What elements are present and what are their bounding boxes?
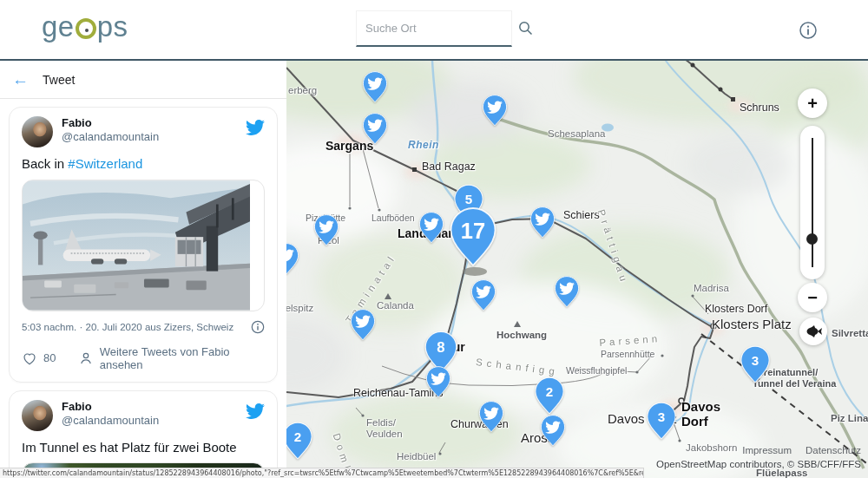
map-label-erberg: erberg [288,85,317,96]
map-label-madrisa: Madrisa [694,283,729,294]
map-label-hochwang: Hochwang [496,330,547,341]
search-input[interactable] [365,22,518,35]
airport-photo-art [23,180,250,311]
search-box[interactable] [356,10,512,47]
tweet-sidebar: ← Tweet Fabio @calandamountain Back in #… [0,61,286,478]
map-attribution: Impressum Datenschutz OpenStreetMap cont… [656,445,861,469]
tweet-card[interactable]: Fabio @calandamountain Im Tunnel es hat … [9,390,278,478]
map-label-silvretta: Silvretta [832,328,868,339]
map-label-feldis: Feldis/Veulden [366,417,403,440]
map-label-schruns: Schruns [740,101,779,114]
zoom-slider[interactable] [800,126,825,279]
map-label-davos: DavosDorf [681,399,720,429]
tweet-pin-marker[interactable] [470,278,497,313]
tweet-card[interactable]: Fabio @calandamountain Back in #Switzerl… [9,107,278,383]
zoom-slider-thumb[interactable] [806,233,818,245]
tweet-handle: @calandamountain [62,130,246,144]
info-icon[interactable] [799,21,818,40]
tweet-pin-marker[interactable] [361,70,389,105]
map-label-klosters-dorf: Klosters Dorf [705,303,767,315]
map-label-laufb-den: Laufböden [372,213,415,223]
tweet-pin-marker[interactable] [553,275,581,310]
link-status-bar: https://twitter.com/calandamountain/stat… [0,468,644,478]
tweet-text: Im Tunnel es hat Platz für zwei Boote [22,439,265,456]
attribution-text: OpenStreetMap contributors, © SBB/CFF/FF… [656,459,861,469]
map-canvas[interactable]: erbergSargansRheinBad RagazSchesaplanaSc… [286,61,868,478]
svg-text:8: 8 [437,340,444,357]
tweet-pin-marker[interactable] [361,112,389,147]
map-label-weissfluhgipfel: Weissfluhgipfel [566,365,627,376]
twitter-logo-icon[interactable] [246,118,265,141]
avatar [22,116,53,147]
tweet-author: Fabio [62,116,246,130]
map-label-bad-ragaz: Bad Ragaz [422,160,476,173]
status-url: https://twitter.com/calandamountain/stat… [0,468,643,478]
avatar [22,400,53,431]
svg-text:2: 2 [546,384,553,399]
map-label-calanda: Calanda [377,300,414,311]
svg-text:3: 3 [658,409,665,424]
map-label-heidb-el: Heidbüel [397,451,436,462]
tweet-pin-marker[interactable] [539,414,567,449]
tweet-info-icon[interactable] [251,320,265,334]
like-count: 80 [43,351,56,364]
map-label-schesaplana: Schesaplana [548,128,606,140]
tweet-cluster-marker[interactable]: 3 [645,401,678,442]
panel-title: Tweet [43,73,75,87]
map-label-klosters-platz: Klosters Platz [712,317,792,331]
twitter-logo-icon[interactable] [246,402,265,424]
tweet-cluster-marker[interactable]: 2 [286,421,314,462]
tweet-pin-marker[interactable] [418,211,445,246]
tweet-pin-marker[interactable] [424,365,452,400]
logo-text-right: ps [97,12,128,41]
zoom-out-button[interactable]: − [798,283,827,312]
app: geps ← Tweet Fabio @calandamountain [0,0,868,478]
person-icon [78,350,94,366]
map-label-rhein: Rhein [408,140,439,152]
tweet-pin-marker[interactable] [477,400,505,435]
tweet-author: Fabio [62,400,246,414]
svg-text:5: 5 [465,192,473,206]
zoom-in-button[interactable]: + [798,88,827,118]
more-tweets-link[interactable]: Weitere Tweets von Fabio ansehen [100,345,265,371]
like-heart-icon[interactable] [22,350,37,366]
impressum-link[interactable]: Impressum [742,445,792,455]
fly-icon[interactable] [799,318,827,345]
tweet-pin-marker[interactable] [349,308,377,343]
back-arrow-icon[interactable]: ← [12,71,29,88]
tweet-pin-marker[interactable] [529,206,556,240]
svg-text:17: 17 [461,219,485,243]
tweet-cluster-marker[interactable]: 2 [533,376,566,417]
svg-text:3: 3 [752,353,759,368]
app-header: geps [0,0,868,61]
tweet-cluster-marker[interactable]: 3 [739,344,772,386]
logo-text-left: ge [42,12,75,41]
geops-logo: geps [42,12,128,41]
zoom-slider-track [812,138,813,267]
search-icon[interactable] [518,21,533,36]
svg-text:2: 2 [294,429,301,444]
map-label-piz-linard: Piz Linard [831,413,868,424]
map-label-ringelspitz: Ringelspitz [286,303,313,314]
tweet-photo[interactable] [22,180,265,311]
map-label-parsennh-tte: Parsennhütte [601,349,654,359]
tweet-pin-marker[interactable] [481,94,509,128]
logo-ring-icon [76,18,96,39]
tweet-cluster-marker[interactable]: 17 [447,206,499,271]
tweet-pin-marker[interactable] [286,242,300,277]
tweet-text: Back in #Switzerland [22,155,265,173]
tweet-meta: 5:03 nachm. · 20. Juli 2020 aus Zizers, … [22,322,233,332]
tweet-pin-marker[interactable] [312,213,340,248]
panel-header: ← Tweet [0,61,286,99]
datenschutz-link[interactable]: Datenschutz [806,445,861,455]
tweet-handle: @calandamountain [62,414,246,428]
hashtag-link[interactable]: #Switzerland [68,156,142,171]
